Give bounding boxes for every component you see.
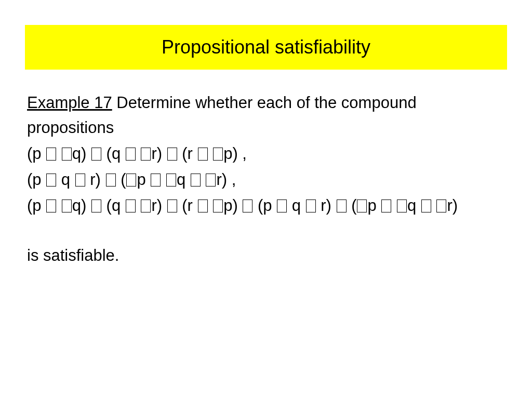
placeholder-box-icon	[213, 200, 223, 212]
placeholder-box-icon	[357, 200, 367, 212]
placeholder-box-icon	[213, 148, 223, 161]
placeholder-box-icon	[167, 148, 177, 161]
placeholder-box-icon	[198, 200, 208, 212]
placeholder-box-icon	[126, 148, 136, 161]
placeholder-box-icon	[421, 200, 431, 212]
placeholder-box-icon	[277, 200, 287, 212]
placeholder-box-icon	[46, 174, 56, 187]
placeholder-box-icon	[106, 174, 116, 187]
placeholder-box-icon	[206, 174, 216, 187]
placeholder-box-icon	[141, 148, 151, 161]
formula-line-2: (p q r) (p q r) ,	[27, 167, 507, 192]
placeholder-box-icon	[151, 174, 161, 187]
slide-title: Propositional satisfiability	[25, 36, 507, 58]
example-label: Example 17	[27, 94, 112, 112]
placeholder-box-icon	[381, 200, 391, 212]
placeholder-box-icon	[46, 148, 56, 161]
placeholder-box-icon	[167, 200, 177, 212]
placeholder-box-icon	[243, 200, 252, 212]
placeholder-box-icon	[62, 200, 72, 212]
placeholder-box-icon	[91, 200, 101, 212]
placeholder-box-icon	[141, 200, 151, 212]
closing-text: is satisfiable.	[27, 243, 507, 268]
placeholder-box-icon	[436, 200, 446, 212]
placeholder-box-icon	[191, 174, 201, 187]
placeholder-box-icon	[337, 200, 347, 212]
placeholder-box-icon	[198, 148, 208, 161]
placeholder-box-icon	[166, 174, 176, 187]
title-bar: Propositional satisfiability	[25, 25, 507, 70]
slide-container: Propositional satisfiability Example 17 …	[0, 25, 532, 399]
formula-line-3: (p q) (q r) (r p) (p q r) (p q r)	[27, 193, 507, 218]
placeholder-box-icon	[126, 174, 136, 187]
formula-line-1: (p q) (q r) (r p) ,	[27, 141, 507, 166]
intro-paragraph: Example 17 Determine whether each of the…	[27, 90, 507, 140]
placeholder-box-icon	[306, 200, 316, 212]
placeholder-box-icon	[75, 174, 85, 187]
slide-content: Example 17 Determine whether each of the…	[27, 90, 507, 268]
placeholder-box-icon	[62, 148, 72, 161]
placeholder-box-icon	[397, 200, 407, 212]
placeholder-box-icon	[46, 200, 56, 212]
placeholder-box-icon	[126, 200, 136, 212]
placeholder-box-icon	[91, 148, 101, 161]
